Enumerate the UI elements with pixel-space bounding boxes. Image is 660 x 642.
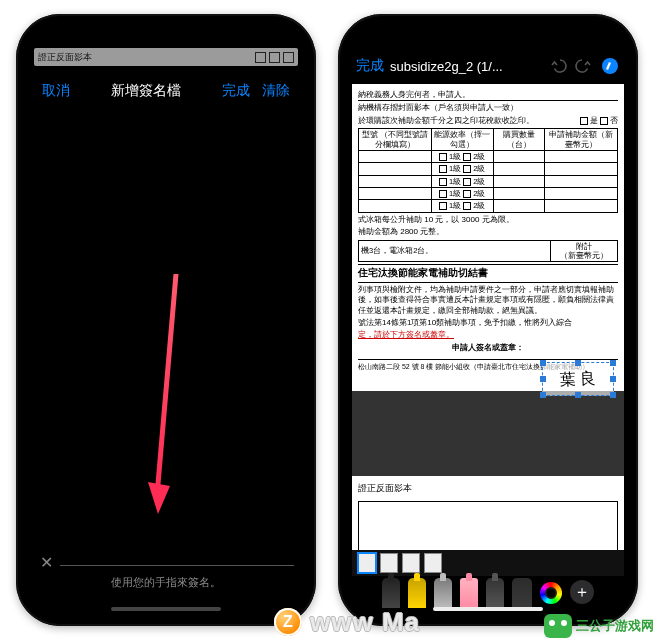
home-indicator[interactable] (111, 607, 221, 611)
checkbox-icon[interactable] (439, 190, 447, 198)
done-button[interactable]: 完成 (356, 57, 384, 75)
window-control-icon (283, 52, 294, 63)
lasso-tool[interactable] (486, 578, 504, 608)
checkbox-icon[interactable] (463, 165, 471, 173)
checkbox-icon[interactable] (463, 153, 471, 161)
svg-marker-1 (148, 482, 170, 514)
markup-navbar: 完成 subsidize2g_2 (1/... (348, 50, 628, 82)
checkbox-icon[interactable] (439, 202, 447, 210)
declaration-red-line: 定，請於下方簽名或蓋章。 (358, 330, 618, 340)
markup-toggle-icon[interactable] (600, 56, 620, 76)
undo-icon[interactable] (548, 56, 568, 76)
watermark-sgz-label: 三公子游戏网 (576, 617, 654, 635)
document-viewport[interactable]: 納稅義務人身完何者，申請人。 納機構存摺封面影本（戶名須與申請人一致） 於環購該… (352, 84, 624, 560)
subsidy-table: 型號 （不同型號請分欄填寫） 能源效率（擇一勾選） 購買數量（台） 申請補助金額… (358, 128, 618, 213)
add-annotation-button[interactable]: ＋ (570, 580, 594, 604)
checkbox-icon[interactable] (463, 178, 471, 186)
watermark-z-icon: Z (274, 608, 302, 636)
document-title: subsidize2g_2 (1/... (390, 59, 542, 74)
table-row: 1級 2級 (359, 200, 618, 212)
window-control-icon (255, 52, 266, 63)
doc-note: 式冰箱每公升補助 10 元，以 3000 元為限。 (358, 215, 618, 225)
svg-point-2 (602, 58, 618, 74)
clear-button[interactable]: 清除 (256, 82, 296, 100)
watermark-sgz: 三公子游戏网 (544, 614, 654, 638)
checkbox-icon[interactable] (439, 165, 447, 173)
declaration-body: 列事項與檢附文件，均為補助申請要件之一部分，申請者應切實填報補助後，如事後查得符… (358, 285, 618, 316)
signature-title: 新增簽名檔 (76, 82, 216, 100)
checkbox-icon[interactable] (463, 190, 471, 198)
doc-line: 納機構存摺封面影本（戶名須與申請人一致） (358, 103, 618, 113)
cancel-button[interactable]: 取消 (36, 82, 76, 100)
resize-handle[interactable] (575, 392, 581, 398)
window-controls (255, 52, 294, 63)
signature-clear-x-icon[interactable]: ✕ (40, 553, 53, 572)
notch (101, 24, 231, 46)
col-efficiency: 能源效率（擇一勾選） (431, 129, 493, 151)
robot-icon (544, 614, 572, 638)
placed-signature[interactable]: 葉 良 (542, 362, 614, 396)
markup-screen: 23:56 完成 subsidize2g_2 (1/... (348, 24, 628, 616)
done-button[interactable]: 完成 (216, 82, 256, 100)
col-model: 型號 （不同型號請分欄填寫） (359, 129, 432, 151)
page-thumbnail[interactable] (402, 553, 420, 573)
checkbox-icon[interactable] (580, 117, 588, 125)
markup-tool-tray: ＋ (348, 574, 628, 608)
signature-screen: 證正反面影本 取消 新增簽名檔 完成 清除 (26, 24, 306, 616)
declaration-title: 住宅汰換節能家電補助切結書 (358, 264, 618, 283)
table-row: 1級 2級 (359, 163, 618, 175)
svg-line-0 (158, 274, 176, 484)
highlighter-tool[interactable] (408, 578, 426, 608)
resize-handle[interactable] (610, 360, 616, 366)
doc-line: 於環購該次補助金額千分之四之印花稅款收訖印。 是 否 (358, 116, 618, 126)
signature-toolbar: 取消 新增簽名檔 完成 清除 (26, 74, 306, 108)
phone-right: 23:56 完成 subsidize2g_2 (1/... (338, 14, 638, 626)
pen-tool[interactable] (382, 578, 400, 608)
notch (423, 24, 553, 46)
color-picker-icon[interactable] (540, 582, 562, 604)
resize-handle[interactable] (610, 376, 616, 382)
resize-handle[interactable] (540, 376, 546, 382)
page-thumbnail[interactable] (424, 553, 442, 573)
window-control-icon (269, 52, 280, 63)
table-row: 1級 2級 (359, 188, 618, 200)
doc-note: 補助金額為 2800 元整。 (358, 227, 618, 237)
document-page-1[interactable]: 納稅義務人身完何者，申請人。 納機構存摺封面影本（戶名須與申請人一致） 於環購該… (352, 84, 624, 391)
col-amount: 申請補助金額（新臺幣元） (545, 129, 618, 151)
annotation-arrow-icon (146, 274, 186, 514)
eraser-tool[interactable] (460, 578, 478, 608)
checkbox-icon[interactable] (439, 153, 447, 161)
checkbox-icon[interactable] (439, 178, 447, 186)
ruler-tool[interactable] (512, 578, 532, 608)
id-copy-placeholder (358, 501, 618, 553)
redo-icon[interactable] (574, 56, 594, 76)
page-thumbnail-strip[interactable] (352, 550, 624, 576)
background-doc-title: 證正反面影本 (38, 51, 92, 64)
page2-label: 證正反面影本 (358, 482, 618, 495)
page-thumbnail[interactable] (380, 553, 398, 573)
resize-handle[interactable] (610, 392, 616, 398)
signature-hint: 使用您的手指來簽名。 (26, 575, 306, 590)
pencil-tool[interactable] (434, 578, 452, 608)
checkbox-icon[interactable] (463, 202, 471, 210)
background-window-titlebar: 證正反面影本 (34, 48, 298, 66)
sign-label: 申請人簽名或蓋章： (358, 343, 618, 353)
declaration-body: 號法第14條第1項第10類補助事項，免予扣繳，惟將列入綜合 (358, 318, 618, 328)
home-indicator[interactable] (433, 607, 543, 611)
table-row: 1級 2級 (359, 150, 618, 162)
resize-handle[interactable] (540, 392, 546, 398)
signature-canvas[interactable] (26, 114, 306, 556)
resize-handle[interactable] (575, 360, 581, 366)
page-thumbnail[interactable] (358, 553, 376, 573)
signature-baseline (60, 565, 294, 566)
checkbox-icon[interactable] (600, 117, 608, 125)
resize-handle[interactable] (540, 360, 546, 366)
watermark-text: www Ma (310, 607, 420, 638)
document-page-2[interactable]: 證正反面影本 (352, 476, 624, 556)
subtotal-table: 機3台，電冰箱2台。 附計 （新臺幣元） (358, 240, 618, 263)
table-row: 1級 2級 (359, 175, 618, 187)
signature-glyph: 葉 良 (560, 368, 597, 389)
phone-left: 證正反面影本 取消 新增簽名檔 完成 清除 (16, 14, 316, 626)
doc-line: 納稅義務人身完何者，申請人。 (358, 90, 618, 101)
col-qty: 購買數量（台） (493, 129, 545, 151)
